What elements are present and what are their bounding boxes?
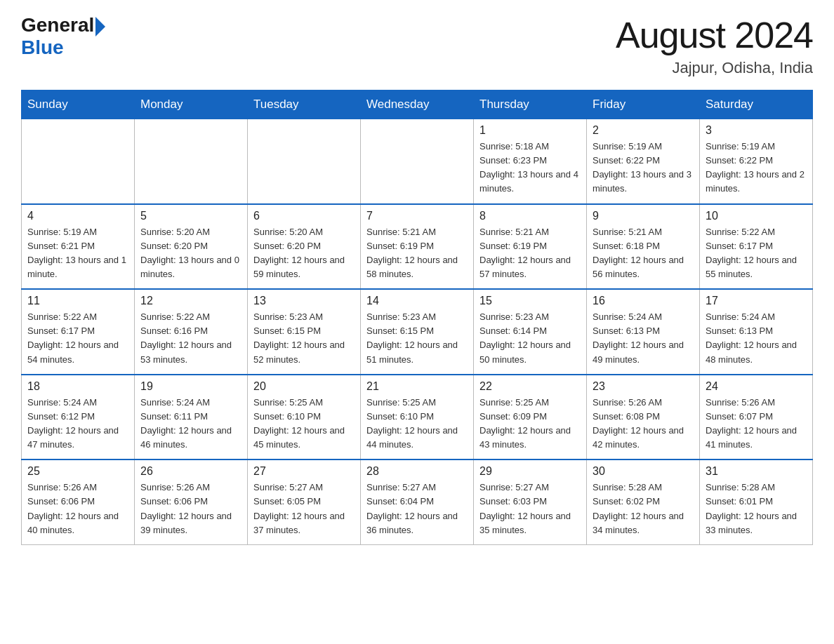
day-number: 7: [366, 210, 468, 222]
day-info: Sunrise: 5:22 AMSunset: 6:16 PMDaylight:…: [140, 310, 241, 367]
day-info: Sunrise: 5:23 AMSunset: 6:15 PMDaylight:…: [366, 310, 468, 367]
day-info: Sunrise: 5:20 AMSunset: 6:20 PMDaylight:…: [140, 225, 241, 282]
calendar-cell: 5Sunrise: 5:20 AMSunset: 6:20 PMDaylight…: [135, 204, 248, 290]
calendar-cell: 22Sunrise: 5:25 AMSunset: 6:09 PMDayligh…: [474, 375, 587, 460]
calendar-cell: 10Sunrise: 5:22 AMSunset: 6:17 PMDayligh…: [700, 204, 813, 290]
day-number: 17: [706, 295, 807, 307]
page-header: General Blue August 2024 Jajpur, Odisha,…: [21, 14, 813, 77]
day-number: 19: [140, 380, 241, 393]
calendar-cell: [361, 119, 474, 204]
day-info: Sunrise: 5:18 AMSunset: 6:23 PMDaylight:…: [479, 140, 581, 196]
calendar-week-3: 11Sunrise: 5:22 AMSunset: 6:17 PMDayligh…: [22, 289, 813, 375]
day-number: 3: [706, 124, 807, 137]
calendar-week-1: 1Sunrise: 5:18 AMSunset: 6:23 PMDaylight…: [22, 119, 813, 204]
calendar-body: 1Sunrise: 5:18 AMSunset: 6:23 PMDaylight…: [22, 119, 813, 545]
day-info: Sunrise: 5:21 AMSunset: 6:19 PMDaylight:…: [479, 225, 581, 282]
day-number: 23: [593, 380, 694, 393]
weekday-header-wednesday: Wednesday: [361, 90, 474, 119]
title-block: August 2024 Jajpur, Odisha, India: [616, 14, 813, 77]
day-info: Sunrise: 5:24 AMSunset: 6:13 PMDaylight:…: [706, 310, 807, 367]
day-info: Sunrise: 5:25 AMSunset: 6:10 PMDaylight:…: [366, 396, 468, 452]
day-number: 30: [593, 465, 694, 478]
day-number: 28: [366, 465, 468, 478]
day-number: 5: [140, 210, 241, 222]
calendar-cell: 9Sunrise: 5:21 AMSunset: 6:18 PMDaylight…: [587, 204, 700, 290]
calendar-cell: [135, 119, 248, 204]
weekday-header-sunday: Sunday: [22, 90, 135, 119]
calendar-cell: 29Sunrise: 5:27 AMSunset: 6:03 PMDayligh…: [474, 459, 587, 544]
day-info: Sunrise: 5:23 AMSunset: 6:15 PMDaylight:…: [253, 310, 355, 367]
calendar-cell: 19Sunrise: 5:24 AMSunset: 6:11 PMDayligh…: [135, 375, 248, 460]
day-info: Sunrise: 5:24 AMSunset: 6:13 PMDaylight:…: [593, 310, 694, 367]
calendar-cell: [248, 119, 361, 204]
calendar-cell: 12Sunrise: 5:22 AMSunset: 6:16 PMDayligh…: [135, 289, 248, 375]
month-title: August 2024: [616, 14, 813, 56]
day-number: 31: [706, 465, 807, 478]
calendar-cell: 28Sunrise: 5:27 AMSunset: 6:04 PMDayligh…: [361, 459, 474, 544]
day-number: 1: [479, 124, 581, 137]
day-number: 18: [27, 380, 128, 393]
day-number: 13: [253, 295, 355, 307]
day-info: Sunrise: 5:27 AMSunset: 6:03 PMDaylight:…: [479, 481, 581, 537]
day-number: 24: [706, 380, 807, 393]
day-number: 16: [593, 295, 694, 307]
day-number: 10: [706, 210, 807, 222]
calendar-week-5: 25Sunrise: 5:26 AMSunset: 6:06 PMDayligh…: [22, 459, 813, 544]
calendar-cell: 8Sunrise: 5:21 AMSunset: 6:19 PMDaylight…: [474, 204, 587, 290]
day-number: 22: [479, 380, 581, 393]
day-info: Sunrise: 5:22 AMSunset: 6:17 PMDaylight:…: [706, 225, 807, 282]
calendar-cell: 18Sunrise: 5:24 AMSunset: 6:12 PMDayligh…: [22, 375, 135, 460]
calendar-cell: 15Sunrise: 5:23 AMSunset: 6:14 PMDayligh…: [474, 289, 587, 375]
calendar-cell: 20Sunrise: 5:25 AMSunset: 6:10 PMDayligh…: [248, 375, 361, 460]
day-info: Sunrise: 5:19 AMSunset: 6:22 PMDaylight:…: [593, 140, 694, 196]
calendar-cell: 7Sunrise: 5:21 AMSunset: 6:19 PMDaylight…: [361, 204, 474, 290]
day-info: Sunrise: 5:24 AMSunset: 6:11 PMDaylight:…: [140, 396, 241, 452]
weekday-header-friday: Friday: [587, 90, 700, 119]
calendar-cell: 16Sunrise: 5:24 AMSunset: 6:13 PMDayligh…: [587, 289, 700, 375]
calendar-cell: 13Sunrise: 5:23 AMSunset: 6:15 PMDayligh…: [248, 289, 361, 375]
day-number: 9: [593, 210, 694, 222]
day-info: Sunrise: 5:27 AMSunset: 6:04 PMDaylight:…: [366, 481, 468, 537]
calendar-cell: 30Sunrise: 5:28 AMSunset: 6:02 PMDayligh…: [587, 459, 700, 544]
day-number: 11: [27, 295, 128, 307]
day-number: 26: [140, 465, 241, 478]
day-info: Sunrise: 5:27 AMSunset: 6:05 PMDaylight:…: [253, 481, 355, 537]
day-number: 12: [140, 295, 241, 307]
calendar-cell: 27Sunrise: 5:27 AMSunset: 6:05 PMDayligh…: [248, 459, 361, 544]
calendar-cell: 14Sunrise: 5:23 AMSunset: 6:15 PMDayligh…: [361, 289, 474, 375]
day-info: Sunrise: 5:24 AMSunset: 6:12 PMDaylight:…: [27, 396, 128, 452]
calendar-cell: 1Sunrise: 5:18 AMSunset: 6:23 PMDaylight…: [474, 119, 587, 204]
calendar-cell: 3Sunrise: 5:19 AMSunset: 6:22 PMDaylight…: [700, 119, 813, 204]
day-info: Sunrise: 5:28 AMSunset: 6:01 PMDaylight:…: [706, 481, 807, 537]
day-number: 2: [593, 124, 694, 137]
calendar-header-row: SundayMondayTuesdayWednesdayThursdayFrid…: [22, 90, 813, 119]
calendar-cell: 2Sunrise: 5:19 AMSunset: 6:22 PMDaylight…: [587, 119, 700, 204]
day-info: Sunrise: 5:22 AMSunset: 6:17 PMDaylight:…: [27, 310, 128, 367]
logo-general: General: [21, 14, 94, 36]
day-info: Sunrise: 5:26 AMSunset: 6:06 PMDaylight:…: [140, 481, 241, 537]
day-info: Sunrise: 5:28 AMSunset: 6:02 PMDaylight:…: [593, 481, 694, 537]
calendar-cell: 11Sunrise: 5:22 AMSunset: 6:17 PMDayligh…: [22, 289, 135, 375]
weekday-header-tuesday: Tuesday: [248, 90, 361, 119]
day-info: Sunrise: 5:25 AMSunset: 6:09 PMDaylight:…: [479, 396, 581, 452]
location-title: Jajpur, Odisha, India: [616, 59, 813, 77]
calendar-cell: 24Sunrise: 5:26 AMSunset: 6:07 PMDayligh…: [700, 375, 813, 460]
day-info: Sunrise: 5:21 AMSunset: 6:19 PMDaylight:…: [366, 225, 468, 282]
day-info: Sunrise: 5:25 AMSunset: 6:10 PMDaylight:…: [253, 396, 355, 452]
day-number: 25: [27, 465, 128, 478]
calendar-table: SundayMondayTuesdayWednesdayThursdayFrid…: [21, 90, 813, 545]
calendar-week-4: 18Sunrise: 5:24 AMSunset: 6:12 PMDayligh…: [22, 375, 813, 460]
day-number: 29: [479, 465, 581, 478]
logo-blue: Blue: [21, 36, 64, 59]
day-number: 14: [366, 295, 468, 307]
calendar-cell: 17Sunrise: 5:24 AMSunset: 6:13 PMDayligh…: [700, 289, 813, 375]
day-number: 4: [27, 210, 128, 222]
day-info: Sunrise: 5:19 AMSunset: 6:22 PMDaylight:…: [706, 140, 807, 196]
day-number: 6: [253, 210, 355, 222]
calendar-cell: 26Sunrise: 5:26 AMSunset: 6:06 PMDayligh…: [135, 459, 248, 544]
weekday-header-saturday: Saturday: [700, 90, 813, 119]
calendar-cell: 6Sunrise: 5:20 AMSunset: 6:20 PMDaylight…: [248, 204, 361, 290]
weekday-header-thursday: Thursday: [474, 90, 587, 119]
day-info: Sunrise: 5:26 AMSunset: 6:07 PMDaylight:…: [706, 396, 807, 452]
calendar-cell: [22, 119, 135, 204]
